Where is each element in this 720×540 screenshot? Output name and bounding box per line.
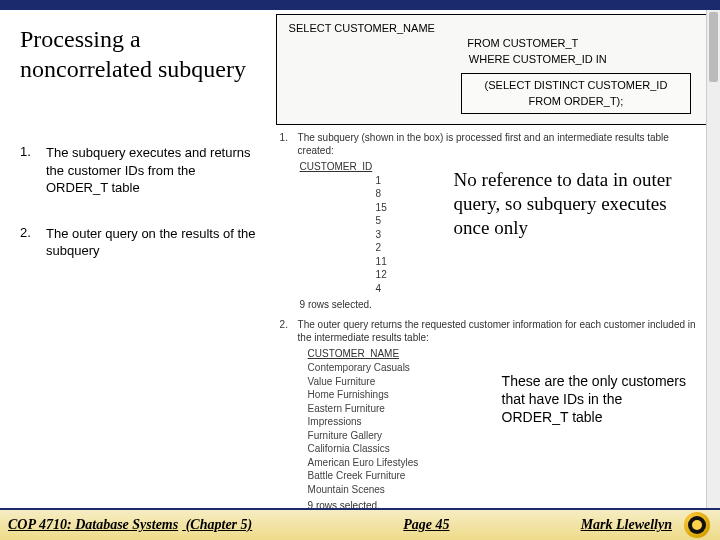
step-item: 1. The subquery executes and returns the… bbox=[20, 144, 258, 197]
id-value: 4 bbox=[376, 282, 706, 296]
result-caption-text: The subquery (shown in the box) is proce… bbox=[298, 131, 706, 157]
sql-line: FROM CUSTOMER_T bbox=[347, 36, 699, 51]
step-number: 1. bbox=[20, 144, 46, 197]
title-bar bbox=[0, 0, 720, 10]
name-value: Battle Creek Furniture bbox=[308, 469, 706, 483]
scrollbar[interactable] bbox=[706, 10, 720, 508]
step-text: The subquery executes and returns the cu… bbox=[46, 144, 258, 197]
name-value: American Euro Lifestyles bbox=[308, 456, 706, 470]
footer-page: Page 45 bbox=[403, 517, 449, 533]
result-caption: 1. The subquery (shown in the box) is pr… bbox=[280, 131, 706, 157]
column-header: CUSTOMER_NAME bbox=[308, 348, 706, 359]
sql-inner-line: FROM ORDER_T); bbox=[472, 94, 680, 109]
slide-footer: COP 4710: Database Systems (Chapter 5) P… bbox=[0, 508, 720, 540]
callout-only-customers: These are the only customers that have I… bbox=[502, 372, 692, 427]
sql-line: WHERE CUSTOMER_ID IN bbox=[377, 52, 699, 67]
sql-outer-box: SELECT CUSTOMER_NAME FROM CUSTOMER_T WHE… bbox=[276, 14, 710, 125]
ucf-logo-icon bbox=[684, 512, 710, 538]
step-number: 2. bbox=[20, 225, 46, 260]
footer-course: COP 4710: Database Systems bbox=[8, 517, 178, 533]
left-column: Processing a noncorrelated subquery 1. T… bbox=[0, 10, 274, 508]
result-number: 2. bbox=[280, 318, 292, 344]
name-value: California Classics bbox=[308, 442, 706, 456]
sql-inner-box: (SELECT DISTINCT CUSTOMER_ID FROM ORDER_… bbox=[461, 73, 691, 114]
right-column: SELECT CUSTOMER_NAME FROM CUSTOMER_T WHE… bbox=[274, 10, 720, 508]
steps-list: 1. The subquery executes and returns the… bbox=[20, 144, 258, 260]
sql-inner-line: (SELECT DISTINCT CUSTOMER_ID bbox=[472, 78, 680, 93]
step-text: The outer query on the results of the su… bbox=[46, 225, 258, 260]
id-value: 2 bbox=[376, 241, 706, 255]
id-value: 11 bbox=[376, 255, 706, 269]
slide-body: Processing a noncorrelated subquery 1. T… bbox=[0, 10, 720, 508]
result-number: 1. bbox=[280, 131, 292, 157]
name-value: Mountain Scenes bbox=[308, 483, 706, 497]
step-item: 2. The outer query on the results of the… bbox=[20, 225, 258, 260]
name-value: Furniture Gallery bbox=[308, 429, 706, 443]
sql-line: SELECT CUSTOMER_NAME bbox=[289, 21, 699, 36]
rows-selected: 9 rows selected. bbox=[300, 299, 706, 310]
result-caption: 2. The outer query returns the requested… bbox=[280, 318, 706, 344]
result-caption-text: The outer query returns the requested cu… bbox=[298, 318, 706, 344]
footer-chapter: (Chapter 5) bbox=[182, 517, 252, 533]
footer-author: Mark Llewellyn bbox=[581, 517, 672, 533]
id-value: 12 bbox=[376, 268, 706, 282]
callout-no-reference: No reference to data in outer query, so … bbox=[454, 168, 684, 239]
slide-title: Processing a noncorrelated subquery bbox=[20, 24, 258, 84]
